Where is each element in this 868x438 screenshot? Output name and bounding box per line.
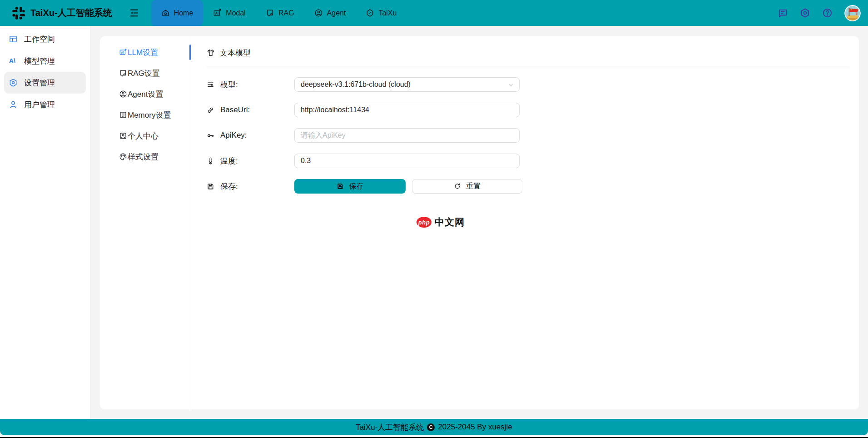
sidebar-item-label: 模型管理 [24, 56, 55, 66]
model-font-icon: A\ [9, 56, 18, 65]
sidebar-collapse-icon[interactable] [129, 7, 140, 19]
save-row: 保存: [207, 179, 850, 194]
php-badge-icon: php [417, 217, 432, 228]
apikey-input[interactable] [294, 128, 520, 143]
save-button-label: 保存 [349, 182, 363, 191]
nav-item-home[interactable]: Home [151, 0, 203, 26]
settings-hexagon-icon [9, 78, 18, 87]
sidebar-item-workspace[interactable]: 工作空间 [4, 28, 86, 50]
nav-item-label: Home [174, 9, 193, 17]
llm-settings-form: 模型: deepseek-v3.1:671b-cloud (cloud) [207, 77, 850, 194]
modal-ai-icon: AI [213, 9, 222, 17]
app-title: TaiXu-人工智能系统 [30, 7, 112, 19]
tab-label: Memory设置 [128, 110, 171, 120]
agent-circle-icon [119, 90, 127, 98]
reset-button[interactable]: 重置 [412, 179, 522, 194]
sliders-icon [207, 81, 214, 89]
window-bottom-edge [0, 435, 868, 438]
rag-bookmark-icon [266, 9, 274, 17]
model-select[interactable]: deepseek-v3.1:671b-cloud (cloud) [294, 77, 520, 92]
help-icon[interactable] [822, 8, 833, 18]
llm-ai-icon: AI [119, 48, 127, 56]
tab-profile[interactable]: 个人中心 [100, 125, 190, 146]
left-sidebar: 工作空间 A\ 模型管理 设置管理 [0, 26, 90, 419]
reset-button-label: 重置 [466, 182, 481, 191]
rag-bookmark-icon [119, 69, 127, 77]
copyright-icon: C [427, 423, 435, 431]
baseurl-label-text: BaseUrl: [220, 105, 250, 114]
model-label: 模型: [207, 80, 294, 90]
floppy-icon [207, 183, 214, 190]
tab-label: Agent设置 [128, 89, 163, 100]
nav-item-label: RAG [278, 9, 294, 17]
brand-name-text: 中文网 [435, 216, 465, 229]
sidebar-item-users[interactable]: 用户管理 [4, 94, 86, 115]
shirt-icon [207, 49, 215, 57]
sidebar-item-models[interactable]: A\ 模型管理 [4, 50, 86, 72]
page-footer: TaiXu-人工智能系统 C 2025-2045 By xuesjie [0, 419, 868, 435]
home-icon [161, 9, 170, 17]
tab-label: LLM设置 [128, 47, 158, 58]
model-select-value: deepseek-v3.1:671b-cloud (cloud) [301, 80, 513, 89]
link-icon [207, 106, 214, 114]
model-label-text: 模型: [220, 80, 238, 90]
save-button[interactable]: 保存 [294, 179, 406, 194]
svg-text:A\: A\ [9, 57, 15, 65]
llm-settings-pane: 文本模型 模型: [190, 36, 859, 409]
save-label: 保存: [207, 181, 294, 192]
agent-icon [314, 9, 323, 17]
baseurl-row: BaseUrl: [207, 103, 850, 117]
chat-icon[interactable] [778, 8, 788, 18]
sidebar-item-label: 工作空间 [24, 34, 55, 45]
tab-style-settings[interactable]: 样式设置 [100, 146, 190, 167]
settings-panel: AI LLM设置 RAG设置 [100, 36, 859, 409]
tab-label: 个人中心 [128, 131, 159, 141]
apikey-label: ApiKey: [207, 131, 294, 140]
svg-text:AI: AI [215, 12, 218, 15]
temperature-row: 温度: [207, 154, 850, 168]
tab-agent-settings[interactable]: Agent设置 [100, 84, 190, 105]
tab-memory-settings[interactable]: Memory设置 [100, 105, 190, 125]
nav-item-agent[interactable]: Agent [304, 0, 356, 26]
user-avatar[interactable] [844, 5, 861, 21]
temperature-label-text: 温度: [220, 156, 238, 166]
nav-item-rag[interactable]: RAG [256, 0, 304, 26]
sidebar-item-settings[interactable]: 设置管理 [4, 72, 86, 94]
app-logo-icon [12, 6, 25, 20]
sidebar-item-label: 用户管理 [24, 100, 55, 110]
chevron-down-icon [508, 82, 514, 88]
php-cn-logo: php 中文网 [417, 216, 465, 229]
settings-tab-list: AI LLM设置 RAG设置 [100, 36, 190, 409]
workspace-grid-icon [9, 35, 18, 44]
nav-item-label: TaiXu [378, 9, 397, 17]
section-title: 文本模型 [220, 48, 251, 58]
settings-gear-icon[interactable] [800, 8, 810, 18]
nav-item-modal[interactable]: AI Modal [203, 0, 256, 26]
baseurl-label: BaseUrl: [207, 105, 294, 114]
nav-item-taixu[interactable]: TaiXu [356, 0, 407, 26]
baseurl-input[interactable] [294, 103, 520, 117]
tab-label: RAG设置 [128, 68, 160, 79]
section-header: 文本模型 [207, 47, 850, 58]
top-navbar: TaiXu-人工智能系统 Home AI [0, 0, 868, 26]
tab-llm-settings[interactable]: AI LLM设置 [100, 42, 190, 63]
user-person-icon [9, 100, 18, 109]
sidebar-item-label: 设置管理 [24, 78, 55, 88]
model-row: 模型: deepseek-v3.1:671b-cloud (cloud) [207, 77, 850, 92]
footer-rights-text: 2025-2045 By xuesjie [438, 423, 512, 432]
temperature-input[interactable] [294, 154, 520, 168]
profile-badge-icon [119, 132, 127, 140]
svg-text:AI: AI [121, 51, 124, 54]
main-nav: Home AI Modal RAG [151, 0, 407, 26]
reset-refresh-icon [454, 183, 461, 190]
memory-card-icon [119, 111, 127, 119]
apikey-label-text: ApiKey: [220, 131, 247, 140]
header-divider [207, 66, 850, 66]
page-body: 工作空间 A\ 模型管理 设置管理 [0, 26, 868, 419]
main-area: AI LLM设置 RAG设置 [90, 26, 868, 419]
navbar-tools [778, 5, 868, 21]
tab-label: 样式设置 [128, 152, 159, 162]
app-window: TaiXu-人工智能系统 Home AI [0, 0, 868, 438]
tab-rag-settings[interactable]: RAG设置 [100, 63, 190, 84]
save-floppy-icon [337, 183, 344, 190]
